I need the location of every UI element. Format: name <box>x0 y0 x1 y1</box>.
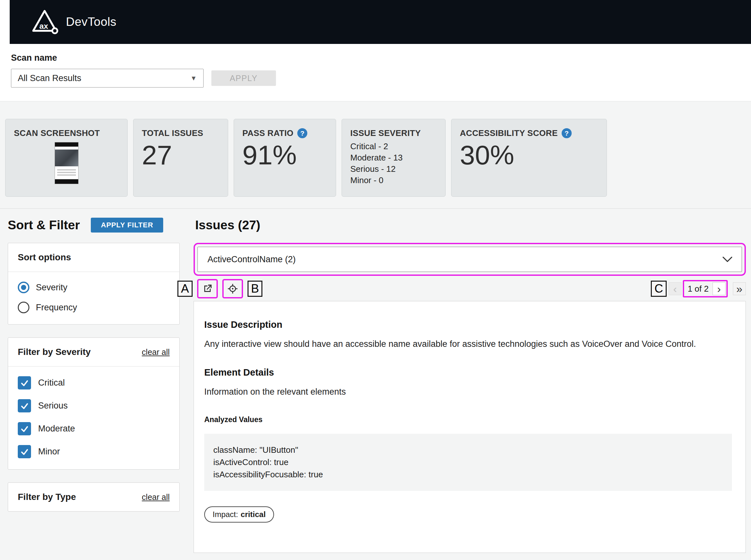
issues-area: ActiveControlName (2) A <box>194 243 746 553</box>
pass-ratio-value: 91% <box>243 140 327 170</box>
clear-all-type-link[interactable]: clear all <box>142 493 170 502</box>
radio-label: Frequency <box>36 303 77 313</box>
checkbox-checked-icon <box>18 376 31 389</box>
clear-all-severity-link[interactable]: clear all <box>142 347 170 357</box>
checkbox-label: Critical <box>38 378 65 388</box>
sort-filter-heading: Sort & Filter <box>8 218 80 232</box>
annotation-label-a: A <box>177 281 193 297</box>
analyzed-value-line: isActiveControl: true <box>213 456 723 468</box>
app-header: ax DevTools <box>10 0 751 44</box>
issue-description-title: Issue Description <box>204 319 732 330</box>
analyzed-value-line: className: "UIButton" <box>213 444 723 456</box>
checkbox-checked-icon <box>18 445 31 458</box>
card-title: PASS RATIO <box>243 128 293 138</box>
scan-name-label: Scan name <box>11 53 751 63</box>
scan-select[interactable]: All Scan Results ▼ <box>11 69 204 87</box>
annotation-label-b: B <box>248 281 263 297</box>
total-issues-value: 27 <box>142 140 219 170</box>
radio-unselected-icon <box>18 302 30 313</box>
panel-title: Sort options <box>18 252 71 263</box>
filter-type-panel: Filter by Type clear all <box>8 482 180 512</box>
last-page-button[interactable]: » <box>733 282 746 295</box>
card-title: SCAN SCREENSHOT <box>14 128 119 138</box>
chevron-down-icon <box>722 256 733 263</box>
issue-toolbar: A <box>194 280 746 298</box>
radio-selected-icon <box>18 282 30 293</box>
filter-checkbox-minor[interactable]: Minor <box>18 445 170 458</box>
severity-line: Critical - 2 <box>350 141 437 152</box>
panel-title: Filter by Type <box>18 492 76 502</box>
card-title: ISSUE SEVERITY <box>350 128 437 138</box>
page-body: SCAN SCREENSHOT TOTAL ISSUES 27 PASS RAT… <box>0 101 751 560</box>
element-details-text: Information on the relevant elements <box>204 385 732 399</box>
card-title: ACCESSIBILITY SCORE <box>460 128 558 138</box>
card-total-issues: TOTAL ISSUES 27 <box>133 119 228 197</box>
card-scan-screenshot: SCAN SCREENSHOT <box>5 119 128 197</box>
logo-text: ax <box>39 22 49 31</box>
impact-value: critical <box>241 510 266 519</box>
filter-severity-panel: Filter by Severity clear all Critical <box>8 338 180 469</box>
checkbox-checked-icon <box>18 422 31 435</box>
annotation-highlight-crosshair <box>222 279 243 298</box>
sort-options-panel: Sort options Severity Frequency <box>8 243 180 324</box>
apply-scan-button[interactable]: APPLY <box>211 71 276 86</box>
filter-checkbox-moderate[interactable]: Moderate <box>18 422 170 435</box>
issues-heading: Issues (27) <box>195 218 261 232</box>
brand-name: DevTools <box>66 15 116 29</box>
element-details-title: Element Details <box>204 367 732 378</box>
filter-checkbox-serious[interactable]: Serious <box>18 399 170 413</box>
analyzed-values-block: className: "UIButton" isActiveControl: t… <box>204 434 732 491</box>
prev-page-button[interactable]: ‹ <box>669 282 681 295</box>
scan-controls-section: Scan name All Scan Results ▼ APPLY <box>0 44 751 101</box>
severity-line: Serious - 12 <box>350 163 437 175</box>
checkbox-checked-icon <box>18 399 31 413</box>
checkbox-label: Serious <box>38 401 68 411</box>
crosshair-icon <box>227 283 238 294</box>
checkbox-label: Moderate <box>38 424 75 434</box>
panel-title: Filter by Severity <box>18 347 91 357</box>
help-icon[interactable]: ? <box>297 128 307 138</box>
issue-detail-card: Issue Description Any interactive view s… <box>194 301 746 553</box>
severity-line: Moderate - 13 <box>350 152 437 163</box>
sort-option-severity[interactable]: Severity <box>18 282 170 293</box>
highlight-element-button[interactable] <box>226 282 240 296</box>
impact-label: Impact: <box>213 510 238 519</box>
analyzed-values-title: Analyzed Values <box>204 415 732 424</box>
card-accessibility-score: ACCESSIBILITY SCORE ? 30% <box>451 119 607 197</box>
annotation-highlight-accordion: ActiveControlName (2) <box>194 243 746 276</box>
axe-logo-icon: ax <box>31 8 59 36</box>
annotation-label-c: C <box>651 281 667 297</box>
filter-checkbox-critical[interactable]: Critical <box>18 376 170 389</box>
scan-select-value: All Scan Results <box>18 73 81 83</box>
chevron-down-icon: ▼ <box>190 75 197 82</box>
annotation-highlight-external-link <box>197 279 218 298</box>
checkbox-label: Minor <box>38 447 60 457</box>
accessibility-score-value: 30% <box>460 140 598 170</box>
card-issue-severity: ISSUE SEVERITY Critical - 2 Moderate - 1… <box>342 119 446 197</box>
filters-sidebar: Sort options Severity Frequency Filter b… <box>8 243 180 512</box>
apply-filter-button[interactable]: APPLY FILTER <box>91 218 163 233</box>
analyzed-value-line: isAccessibilityFocusable: true <box>213 468 723 481</box>
section-divider <box>0 208 751 208</box>
issue-description-text: Any interactive view should have an acce… <box>204 337 732 351</box>
help-icon[interactable]: ? <box>562 128 572 138</box>
radio-label: Severity <box>36 283 68 293</box>
accordion-label: ActiveControlName (2) <box>208 255 296 264</box>
sort-option-frequency[interactable]: Frequency <box>18 302 170 313</box>
issue-accordion-activecontrolname[interactable]: ActiveControlName (2) <box>197 247 742 272</box>
next-page-button[interactable]: › <box>713 282 726 295</box>
pagination-status: 1 of 2 <box>685 284 713 294</box>
summary-cards-row: SCAN SCREENSHOT TOTAL ISSUES 27 PASS RAT… <box>0 101 751 197</box>
severity-line: Minor - 0 <box>350 175 437 186</box>
external-link-icon <box>202 283 213 294</box>
open-external-link-button[interactable] <box>200 282 215 296</box>
scan-screenshot-thumbnail[interactable] <box>55 142 78 184</box>
card-title: TOTAL ISSUES <box>142 128 219 138</box>
card-pass-ratio: PASS RATIO ? 91% <box>234 119 336 197</box>
impact-badge: Impact: critical <box>204 506 274 522</box>
annotation-highlight-pagination: 1 of 2 › <box>683 280 728 297</box>
